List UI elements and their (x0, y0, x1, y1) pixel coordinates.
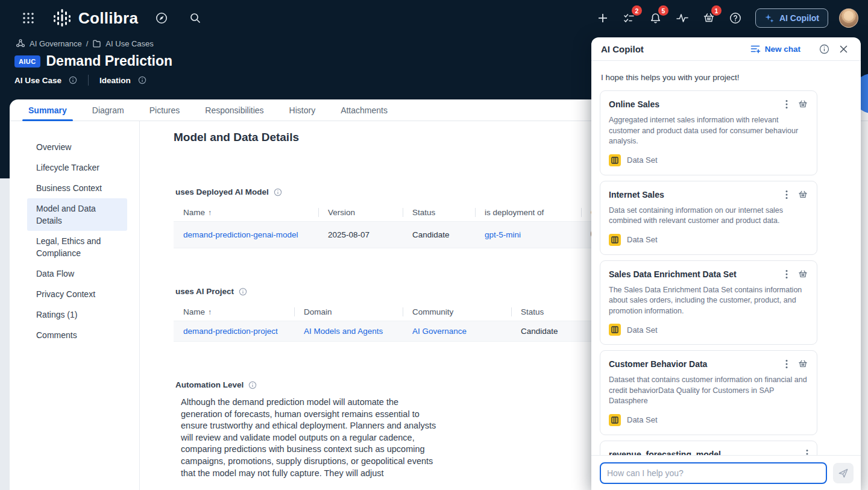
copilot-card-online-sales[interactable]: Online Sales Aggregated internet sales i… (600, 90, 817, 175)
copilot-close-icon[interactable] (835, 41, 851, 57)
asset-link[interactable]: demand-prediction-project (183, 327, 278, 336)
sidebar-item-ratings-1[interactable]: Ratings (1) (27, 304, 127, 325)
community-icon (16, 39, 25, 48)
tab-history[interactable]: History (281, 99, 324, 121)
data-set-icon (609, 234, 621, 246)
sidebar-item-model-and-data-details[interactable]: Model and Data Details (27, 198, 127, 231)
copilot-cards: Online Sales Aggregated internet sales i… (600, 90, 851, 455)
copilot-body: I hope this helps you with your project!… (591, 61, 861, 455)
section-sidebar: OverviewLifecycle TrackerBusiness Contex… (10, 121, 140, 490)
data-set-icon (609, 324, 621, 336)
copilot-header: AI Copilot New chat (591, 37, 861, 61)
new-chat-button[interactable]: New chat (750, 45, 800, 54)
help-icon[interactable] (725, 8, 746, 28)
card-asset-type: Data Set (627, 415, 658, 424)
top-navbar: Collibra 2 (0, 0, 868, 36)
breadcrumb-ai-governance[interactable]: AI Governance (30, 39, 82, 48)
data-set-icon (609, 414, 621, 426)
sidebar-item-legal-ethics-and-compliance[interactable]: Legal, Ethics and Compliance (27, 231, 127, 263)
add-to-basket-icon[interactable] (797, 269, 808, 280)
tab-attachments[interactable]: Attachments (332, 99, 396, 121)
kebab-menu-icon[interactable] (806, 449, 808, 456)
sidebar-item-privacy-context[interactable]: Privacy Context (27, 284, 127, 304)
tab-diagram[interactable]: Diagram (84, 99, 133, 121)
brand-wordmark: Collibra (78, 9, 138, 28)
info-icon[interactable] (138, 76, 146, 84)
column-header-community[interactable]: Community (403, 303, 511, 321)
table-cell: AI Models and Agents (294, 321, 403, 342)
copilot-title: AI Copilot (601, 44, 750, 54)
explore-compass-icon[interactable] (151, 8, 172, 28)
table-cell: demand-prediction-project (174, 321, 294, 342)
card-description: The Sales Data Enrichment Data Set conta… (609, 285, 808, 317)
tab-summary[interactable]: Summary (20, 99, 75, 121)
asset-link[interactable]: AI Models and Agents (304, 327, 383, 336)
column-header-status[interactable]: Status (403, 204, 475, 222)
column-header-name[interactable]: Name↑ (174, 303, 294, 321)
create-plus-icon[interactable] (593, 8, 613, 28)
new-chat-icon (750, 45, 761, 54)
tasks-badge: 2 (632, 5, 642, 16)
breadcrumb-ai-use-cases[interactable]: AI Use Cases (105, 39, 153, 48)
domain-icon (92, 39, 101, 48)
column-header-domain[interactable]: Domain (294, 303, 403, 321)
column-header-name[interactable]: Name↑ (174, 204, 318, 222)
ai-copilot-button-label: AI Copilot (779, 13, 819, 23)
app-switcher-icon[interactable] (18, 8, 39, 28)
automation-level-text: Although the demand prediction model wil… (181, 397, 441, 479)
collibra-app: Collibra 2 (0, 0, 868, 490)
asset-link[interactable]: demand-prediction-genai-model (183, 230, 298, 239)
info-icon[interactable] (274, 188, 282, 196)
column-header-is-deployment-of[interactable]: is deployment of (475, 204, 581, 222)
activity-pulse-icon[interactable] (672, 8, 693, 28)
copilot-chat-input[interactable] (600, 462, 827, 484)
copilot-card-internet-sales[interactable]: Internet Sales Data set containing infor… (600, 181, 817, 255)
kebab-menu-icon[interactable] (785, 359, 788, 369)
sidebar-item-overview[interactable]: Overview (27, 137, 127, 157)
kebab-menu-icon[interactable] (785, 190, 788, 199)
tab-responsibilities[interactable]: Responsibilities (197, 99, 272, 121)
status-label: Ideation (99, 76, 131, 85)
ai-copilot-button[interactable]: AI Copilot (755, 8, 828, 28)
notifications-bell-icon[interactable]: 5 (646, 8, 666, 28)
basket-icon[interactable]: 1 (699, 8, 719, 28)
add-to-basket-icon[interactable] (797, 189, 808, 200)
card-title: Online Sales (609, 99, 785, 109)
copilot-card-sales-data-enrichment-data-set[interactable]: Sales Data Enrichment Data Set The Sales… (600, 260, 817, 345)
search-icon[interactable] (185, 8, 206, 28)
sort-asc-icon: ↑ (208, 308, 212, 316)
copilot-card-customer-behavior-data[interactable]: Customer Behavior Data Dataset that cont… (600, 350, 817, 435)
table-cell: Candidate (403, 222, 475, 248)
add-to-basket-icon[interactable] (797, 99, 808, 110)
sidebar-item-comments[interactable]: Comments (27, 325, 127, 345)
sparkles-icon (764, 13, 775, 24)
collibra-logo-mark (52, 8, 72, 28)
relation-table: Name↑DomainCommunityStatusdemand-predict… (174, 303, 626, 342)
table-cell: AI Governance (403, 321, 511, 342)
table-cell: 2025-08-07 (318, 222, 403, 248)
add-to-basket-icon[interactable] (797, 359, 808, 369)
info-icon[interactable] (248, 381, 257, 389)
kebab-menu-icon[interactable] (785, 99, 788, 109)
copilot-card-revenue-forecasting-model[interactable]: revenue_forecasting_model (600, 441, 817, 456)
send-button[interactable] (833, 463, 854, 483)
copilot-intro-message: I hope this helps you with your project! (601, 73, 851, 82)
sidebar-item-business-context[interactable]: Business Context (27, 178, 127, 198)
info-icon[interactable] (69, 76, 77, 84)
asset-link[interactable]: gpt-5-mini (485, 230, 521, 239)
copilot-input-bar (591, 455, 861, 490)
sidebar-item-lifecycle-tracker[interactable]: Lifecycle Tracker (27, 157, 127, 178)
notifications-badge: 5 (658, 5, 668, 16)
tasks-icon[interactable]: 2 (619, 8, 640, 28)
column-header-version[interactable]: Version (318, 204, 403, 222)
collibra-logo[interactable]: Collibra (52, 8, 138, 28)
user-avatar[interactable] (839, 8, 858, 28)
tab-pictures[interactable]: Pictures (141, 99, 189, 121)
card-description: Dataset that contains customer informati… (609, 375, 808, 407)
asset-type-badge: AIUC (14, 55, 40, 68)
info-icon[interactable] (239, 287, 247, 296)
sidebar-item-data-flow[interactable]: Data Flow (27, 263, 127, 284)
kebab-menu-icon[interactable] (785, 269, 788, 279)
asset-link[interactable]: AI Governance (412, 327, 467, 336)
copilot-info-icon[interactable] (816, 41, 832, 57)
